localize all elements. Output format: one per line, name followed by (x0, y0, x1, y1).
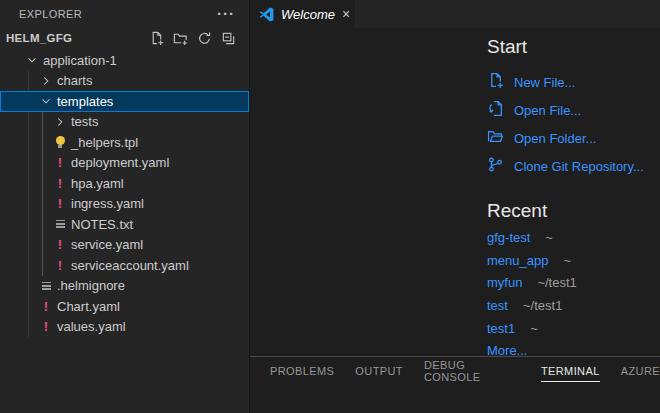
yaml-file-icon: ! (52, 259, 68, 272)
start-link-new-file[interactable]: New File... (487, 68, 644, 96)
recent-path: ~ (563, 253, 571, 268)
panel-tab-terminal[interactable]: TERMINAL (541, 359, 600, 382)
start-link-open-file[interactable]: Open File... (487, 96, 644, 124)
file-tree: application-1chartstemplatestests_helper… (0, 50, 249, 337)
collapse-all-icon[interactable] (220, 30, 237, 47)
start-links: New File...Open File...Open Folder...Clo… (487, 68, 644, 180)
tree-item-application-1[interactable]: application-1 (0, 50, 249, 71)
tree-item-label: NOTES.txt (71, 217, 133, 232)
tree-item-templates[interactable]: templates (0, 91, 249, 112)
start-link-open-folder[interactable]: Open Folder... (487, 124, 644, 152)
tree-item-label: hpa.yaml (71, 176, 124, 191)
start-git-clone-icon (487, 156, 504, 177)
tree-item-label: service.yaml (71, 237, 143, 252)
tree-item-helmignore[interactable]: .helmignore (0, 276, 249, 297)
tab-welcome[interactable]: Welcome × (250, 0, 355, 28)
recent-item-test: test~/test1 (487, 294, 644, 317)
recent-link[interactable]: test (487, 298, 508, 313)
chevron-down-icon (38, 94, 54, 108)
tree-item-label: deployment.yaml (71, 155, 169, 170)
indent-guide-active (42, 112, 43, 276)
tree-item-notes-txt[interactable]: NOTES.txt (0, 214, 249, 235)
yaml-file-icon: ! (52, 197, 68, 210)
panel-tab-debug-console[interactable]: DEBUG CONSOLE (424, 356, 520, 388)
yaml-file-icon: ! (38, 320, 54, 333)
recent-path: ~ (530, 321, 538, 336)
bottom-panel: PROBLEMSOUTPUTDEBUG CONSOLETERMINALAZURE… (250, 356, 660, 413)
recent-heading: Recent (487, 198, 644, 224)
tree-item-hpa-yaml[interactable]: !hpa.yaml (0, 173, 249, 194)
recent-path: ~ (545, 230, 553, 245)
explorer-header: EXPLORER ··· (0, 0, 249, 26)
recent-link[interactable]: gfg-test (487, 230, 530, 245)
recent-link[interactable]: myfun (487, 275, 522, 290)
start-link-label: Open Folder... (514, 131, 596, 146)
recent-path: ~/test1 (523, 298, 562, 313)
panel-tabs: PROBLEMSOUTPUTDEBUG CONSOLETERMINALAZURE (250, 357, 660, 383)
recent-item-gfg-test: gfg-test~ (487, 226, 644, 249)
start-heading: Start (487, 34, 644, 60)
tree-item-helpers-tpl[interactable]: _helpers.tpl (0, 132, 249, 153)
recent-item-more: More... (487, 339, 644, 356)
explorer-sidebar: EXPLORER ··· HELM_GFG application-1chart… (0, 0, 250, 413)
tree-item-chart-yaml[interactable]: !Chart.yaml (0, 296, 249, 317)
recent-item-myfun: myfun~/test1 (487, 271, 644, 294)
yaml-file-icon: ! (38, 300, 54, 313)
vscode-window: EXPLORER ··· HELM_GFG application-1chart… (0, 0, 660, 413)
yaml-file-icon: ! (52, 177, 68, 190)
tree-item-label: _helpers.tpl (71, 135, 138, 150)
panel-tab-output[interactable]: OUTPUT (355, 359, 403, 382)
start-link-clone-git-repository[interactable]: Clone Git Repository... (487, 152, 644, 180)
welcome-page: Start New File...Open File...Open Folder… (250, 28, 660, 356)
new-file-icon[interactable] (148, 30, 165, 47)
recent-item-menu-app: menu_app~ (487, 249, 644, 272)
tree-item-deployment-yaml[interactable]: !deployment.yaml (0, 153, 249, 174)
panel-tab-problems[interactable]: PROBLEMS (270, 359, 334, 382)
more-actions-icon[interactable]: ··· (217, 9, 235, 19)
chevron-right-icon (52, 115, 68, 129)
explorer-title: EXPLORER (19, 8, 82, 20)
tree-item-values-yaml[interactable]: !values.yaml (0, 317, 249, 338)
refresh-icon[interactable] (196, 30, 213, 47)
terminal[interactable]: rishaw@rishaw:~/helm_gfg$ helm create ap… (256, 386, 660, 413)
tree-item-label: Chart.yaml (57, 299, 120, 314)
start-open-folder-icon (487, 128, 504, 149)
recent-link[interactable]: menu_app (487, 253, 548, 268)
editor-tabbar: Welcome × (250, 0, 660, 28)
tree-item-label: charts (57, 73, 92, 88)
tree-item-label: .helmignore (57, 278, 125, 293)
recent-list: gfg-test~menu_app~myfun~/test1test~/test… (487, 226, 644, 356)
recent-path: ~/test1 (537, 275, 576, 290)
new-folder-icon[interactable] (172, 30, 189, 47)
start-link-label: Open File... (514, 103, 581, 118)
tree-item-label: application-1 (43, 53, 117, 68)
tree-item-label: templates (57, 94, 113, 109)
editor-area: Welcome × Start New File...Open File...O… (250, 0, 660, 413)
tree-item-ingress-yaml[interactable]: !ingress.yaml (0, 194, 249, 215)
tree-item-tests[interactable]: tests (0, 112, 249, 133)
tree-item-label: tests (71, 114, 98, 129)
tree-item-service-yaml[interactable]: !service.yaml (0, 235, 249, 256)
chevron-down-icon (24, 53, 40, 67)
start-new-file-icon (487, 72, 504, 93)
start-link-label: Clone Git Repository... (514, 159, 644, 174)
tree-item-charts[interactable]: charts (0, 71, 249, 92)
text-file-icon (52, 220, 68, 228)
tree-item-serviceaccount-yaml[interactable]: !serviceaccount.yaml (0, 255, 249, 276)
close-icon[interactable]: × (342, 7, 350, 21)
start-open-file-icon (487, 100, 504, 121)
workspace-name: HELM_GFG (6, 32, 72, 44)
recent-item-test1: test1~ (487, 317, 644, 340)
recent-link[interactable]: More... (487, 343, 527, 356)
text-file-icon (38, 282, 54, 290)
tree-item-label: values.yaml (57, 319, 126, 334)
tab-title: Welcome (281, 7, 335, 22)
yaml-file-icon: ! (52, 238, 68, 251)
panel-tab-azure[interactable]: AZURE (621, 359, 660, 382)
recent-link[interactable]: test1 (487, 321, 515, 336)
chevron-right-icon (38, 74, 54, 88)
start-link-label: New File... (514, 75, 575, 90)
tree-item-label: serviceaccount.yaml (71, 258, 189, 273)
yaml-file-icon: ! (52, 156, 68, 169)
workspace-section-header[interactable]: HELM_GFG (0, 26, 249, 50)
